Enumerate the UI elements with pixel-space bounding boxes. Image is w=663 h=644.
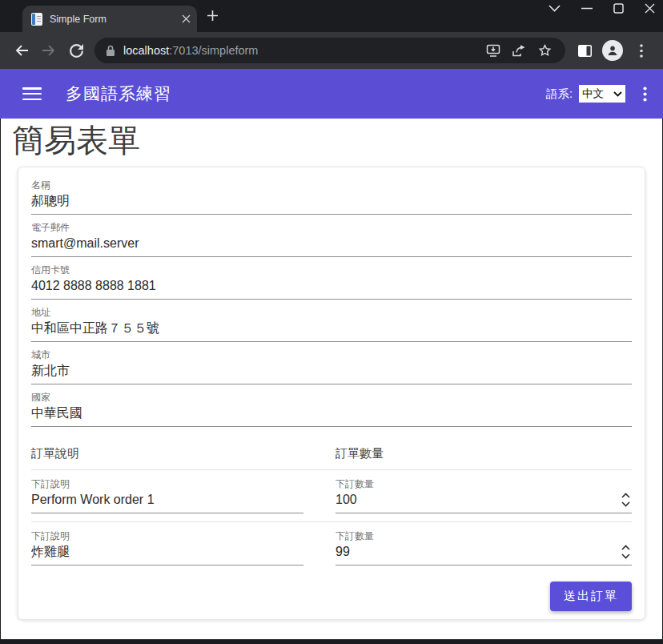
name-label: 名稱 bbox=[31, 179, 632, 191]
tab-search-chevron-icon[interactable] bbox=[548, 5, 561, 12]
field-email: 電子郵件 bbox=[31, 215, 632, 257]
app-menu-icon[interactable] bbox=[643, 87, 647, 102]
city-label: 城市 bbox=[31, 348, 632, 361]
order-qty-field: 下訂數量 bbox=[336, 477, 632, 513]
hamburger-menu-icon[interactable] bbox=[22, 87, 42, 100]
window-minimize-button[interactable] bbox=[581, 7, 593, 10]
field-city: 城市 bbox=[31, 342, 632, 384]
install-app-icon[interactable] bbox=[480, 44, 506, 58]
order-desc-field: 下訂說明 bbox=[31, 477, 303, 513]
city-input[interactable] bbox=[31, 361, 632, 384]
email-input[interactable] bbox=[31, 234, 632, 257]
browser-tab[interactable]: Simple Form bbox=[22, 6, 197, 32]
page-title: 簡易表單 bbox=[12, 120, 662, 160]
language-label: 語系: bbox=[546, 87, 573, 102]
reload-button[interactable] bbox=[62, 44, 90, 58]
email-label: 電子郵件 bbox=[31, 221, 632, 234]
new-tab-button[interactable] bbox=[207, 10, 219, 22]
order-quantity-header: 訂單數量 bbox=[336, 446, 632, 461]
quantity-stepper[interactable] bbox=[621, 493, 630, 507]
order-qty-input[interactable] bbox=[336, 542, 632, 566]
bookmark-star-icon[interactable] bbox=[532, 44, 557, 57]
field-address: 地址 bbox=[31, 300, 632, 342]
form-card: 名稱 電子郵件 信用卡號 地址 城市 國家 bbox=[18, 167, 645, 620]
app-title: 多國語系練習 bbox=[66, 83, 546, 105]
url-host: localhost bbox=[123, 44, 169, 57]
back-button[interactable] bbox=[8, 44, 35, 57]
tab-strip: Simple Form bbox=[0, 0, 663, 32]
field-credit-card: 信用卡號 bbox=[31, 257, 632, 300]
window-bottom-edge bbox=[0, 639, 663, 644]
quantity-stepper[interactable] bbox=[621, 545, 630, 559]
browser-window: Simple Form bbox=[0, 0, 663, 644]
window-maximize-button[interactable] bbox=[613, 3, 624, 14]
tab-title: Simple Form bbox=[50, 14, 182, 25]
page-content: 簡易表單 名稱 電子郵件 信用卡號 地址 城市 bbox=[1, 119, 662, 639]
spinner-down-icon[interactable] bbox=[621, 501, 630, 507]
form-actions: 送出訂單 bbox=[31, 582, 632, 611]
language-select[interactable]: 中文 bbox=[579, 85, 625, 103]
language-selected-value: 中文 bbox=[582, 87, 613, 101]
tab-close-icon[interactable] bbox=[182, 14, 191, 23]
address-label: 地址 bbox=[31, 306, 632, 319]
chevron-down-icon bbox=[613, 91, 622, 97]
order-desc-input[interactable] bbox=[31, 542, 303, 566]
order-qty-label: 下訂數量 bbox=[336, 477, 632, 490]
field-name: 名稱 bbox=[31, 172, 632, 215]
window-close-button[interactable] bbox=[645, 3, 655, 14]
forward-button[interactable] bbox=[35, 44, 62, 57]
browser-toolbar: localhost:7013/simpleform bbox=[0, 32, 663, 69]
browser-menu-icon[interactable] bbox=[628, 44, 655, 58]
share-icon[interactable] bbox=[506, 44, 532, 58]
spinner-down-icon[interactable] bbox=[621, 553, 630, 559]
field-country: 國家 bbox=[31, 384, 632, 427]
page-favicon-icon bbox=[31, 13, 42, 26]
address-input[interactable] bbox=[31, 319, 632, 342]
country-label: 國家 bbox=[31, 391, 632, 404]
submit-order-button[interactable]: 送出訂單 bbox=[550, 582, 632, 611]
order-desc-label: 下訂說明 bbox=[31, 529, 303, 542]
url-path: :7013/simpleform bbox=[169, 44, 258, 57]
profile-avatar[interactable] bbox=[602, 40, 623, 61]
order-qty-label: 下訂數量 bbox=[336, 529, 632, 542]
order-desc-input[interactable] bbox=[31, 490, 303, 513]
credit-card-label: 信用卡號 bbox=[31, 264, 632, 276]
country-input[interactable] bbox=[31, 404, 632, 427]
orders-header-row: 訂單說明 訂單數量 bbox=[31, 446, 632, 461]
order-row: 下訂說明 下訂數量 bbox=[31, 470, 632, 521]
spinner-up-icon[interactable] bbox=[621, 545, 630, 550]
lock-icon[interactable] bbox=[106, 45, 115, 57]
order-qty-field: 下訂數量 bbox=[336, 529, 632, 566]
credit-card-input[interactable] bbox=[31, 276, 632, 300]
order-desc-field: 下訂說明 bbox=[31, 529, 303, 566]
order-row: 下訂說明 下訂數量 bbox=[31, 522, 632, 574]
spinner-up-icon[interactable] bbox=[621, 493, 630, 498]
address-bar[interactable]: localhost:7013/simpleform bbox=[94, 38, 565, 63]
order-description-header: 訂單說明 bbox=[31, 446, 303, 461]
url-text: localhost:7013/simpleform bbox=[123, 44, 480, 57]
order-desc-label: 下訂說明 bbox=[31, 477, 303, 490]
order-qty-input[interactable] bbox=[336, 490, 632, 513]
name-input[interactable] bbox=[31, 191, 632, 215]
side-panel-icon[interactable] bbox=[572, 44, 597, 58]
app-header: 多國語系練習 語系: 中文 bbox=[0, 69, 663, 119]
